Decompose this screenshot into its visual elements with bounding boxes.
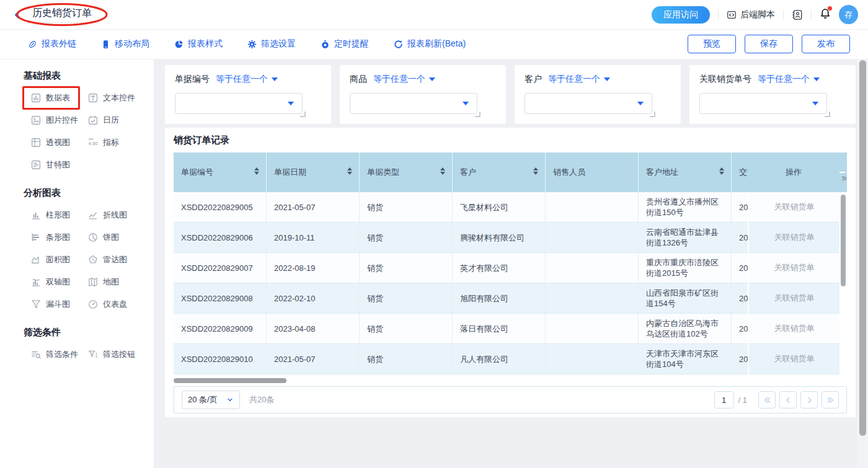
sidebar-item-pivot-view[interactable]: 透视图 [30, 136, 71, 149]
sidebar-section-title: 分析图表 [24, 187, 154, 199]
sidebar-item-label: 筛选按钮 [103, 349, 135, 360]
filter-operator-link[interactable]: 等于任意一个 [758, 74, 820, 85]
image-icon [31, 115, 41, 125]
link-sales-order-action[interactable]: 关联销货单 [749, 192, 839, 223]
avatar[interactable]: 存 [839, 5, 858, 24]
metric-icon [88, 138, 98, 148]
sidebar-item-column-chart[interactable]: 柱形图 [30, 208, 71, 222]
sidebar-item-gantt[interactable]: 甘特图 [30, 158, 71, 172]
sidebar-item-calendar[interactable]: 日历 [87, 113, 120, 127]
column-header-date[interactable]: 单据日期 [267, 152, 360, 192]
toolbar-item-label: 报表外链 [42, 38, 76, 50]
filter-operator-link[interactable]: 等于任意一个 [548, 74, 610, 85]
next-page-button[interactable] [800, 391, 818, 408]
filter-operator-link[interactable]: 等于任意一个 [216, 74, 278, 85]
column-header-salesperson[interactable]: 销售人员 [546, 152, 639, 192]
refresh-icon [394, 40, 403, 49]
caret-down-icon [812, 102, 818, 105]
sidebar-item-funnel-chart[interactable]: 漏斗图 [30, 298, 71, 311]
app-access-button[interactable]: 应用访问 [652, 6, 710, 24]
sidebar-item-metric[interactable]: 指标 [87, 136, 120, 149]
sidebar-item-image-widget[interactable]: 图片控件 [30, 113, 79, 127]
publish-button[interactable]: 发布 [802, 35, 850, 53]
column-header-delivery[interactable]: 交货 [732, 152, 748, 192]
sidebar-item-data-table[interactable]: 数据表 [30, 91, 71, 105]
toolbar-item-filter-settings[interactable]: 筛选设置 [247, 38, 296, 50]
filter-widget-order-no-filter[interactable]: 单据编号等于任意一个 [165, 65, 331, 124]
filter-operator-label: 等于任意一个 [758, 74, 810, 85]
sidebar-item-filter-condition[interactable]: 筛选条件 [30, 348, 79, 361]
data-table-widget[interactable]: 销货订单记录 单据编号单据日期单据类型客户销售人员客户地址交货 操作 吕 XSD… [165, 128, 856, 417]
toolbar-item-report-refresh[interactable]: 报表刷新(Beta) [394, 38, 466, 50]
sidebar-item-dual-axis-chart[interactable]: 双轴图 [30, 275, 71, 289]
sidebar-item-bar-chart[interactable]: 条形图 [30, 231, 71, 244]
cell-order_no: XSDD20220829009 [174, 314, 267, 343]
sort-icon[interactable] [533, 167, 538, 175]
page-size-select[interactable]: 20 条/页 [182, 391, 240, 409]
filter-label: 商品 [350, 74, 367, 85]
toolbar-item-report-link[interactable]: 报表外链 [28, 38, 76, 50]
column-header-address[interactable]: 客户地址 [639, 152, 732, 192]
filter-value-select[interactable] [350, 93, 477, 114]
toolbar-item-mobile-layout[interactable]: 移动布局 [101, 38, 149, 50]
sidebar-item-area-chart[interactable]: 面积图 [30, 253, 71, 267]
sidebar-item-pie-chart[interactable]: 饼图 [87, 231, 120, 244]
column-header-customer[interactable]: 客户 [453, 152, 546, 192]
table-title: 销货订单记录 [174, 133, 847, 147]
filter-value-select[interactable] [699, 93, 827, 114]
link-sales-order-action[interactable]: 关联销货单 [749, 344, 839, 374]
page-scrollbar-track [857, 59, 868, 468]
column-header-type[interactable]: 单据类型 [360, 152, 453, 192]
sidebar-item-label: 条形图 [46, 232, 70, 243]
backend-script-button[interactable]: 后端脚本 [727, 9, 775, 20]
sort-icon[interactable] [347, 167, 352, 175]
prev-page-button[interactable] [779, 391, 797, 408]
sidebar-item-map-chart[interactable]: 地图 [87, 275, 120, 289]
sidebar-item-gauge-chart[interactable]: 仪表盘 [87, 298, 128, 311]
notification-bell-button[interactable] [820, 8, 831, 22]
last-page-button[interactable] [822, 391, 839, 408]
sidebar-item-label: 漏斗图 [46, 299, 70, 310]
manual-button[interactable] [792, 9, 803, 20]
sort-icon[interactable] [719, 167, 724, 175]
filter-value-select[interactable] [525, 93, 652, 114]
filter-value-select[interactable] [175, 93, 303, 114]
sidebar-item-text-widget[interactable]: 文本控件 [87, 91, 136, 105]
link-sales-order-action[interactable]: 关联销货单 [749, 314, 839, 344]
toolbar-item-report-style[interactable]: 报表样式 [174, 38, 223, 50]
cell-date: 2022-08-19 [267, 253, 360, 283]
column-header-order_no[interactable]: 单据编号 [174, 152, 267, 192]
filter-operator-link[interactable]: 等于任意一个 [373, 74, 435, 85]
cell-address: 重庆市重庆市涪陵区街道2015号 [639, 253, 732, 283]
filter-widget-linked-sales-no-filter[interactable]: 关联销货单号等于任意一个 [689, 65, 856, 124]
page-number-input[interactable]: 1 [714, 391, 734, 408]
back-button[interactable] [12, 10, 22, 20]
filter-widget-customer-filter[interactable]: 客户等于任意一个 [515, 65, 681, 124]
page-scrollbar-thumb[interactable] [859, 60, 866, 436]
vertical-scrollbar-thumb[interactable] [841, 195, 846, 286]
page-title[interactable]: 历史销货订单 [27, 6, 97, 23]
line-chart-icon [88, 210, 98, 220]
caret-down-icon [604, 77, 610, 81]
data-table-icon [31, 93, 41, 103]
filter-widget-product-filter[interactable]: 商品等于任意一个 [340, 65, 506, 124]
save-button[interactable]: 保存 [745, 35, 793, 53]
link-sales-order-action[interactable]: 关联销货单 [749, 223, 839, 253]
toolbar-item-scheduled-reminder[interactable]: 定时提醒 [321, 38, 369, 50]
link-sales-order-action[interactable]: 关联销货单 [749, 283, 839, 314]
horizontal-scrollbar-thumb[interactable] [174, 378, 286, 383]
sidebar-item-line-chart[interactable]: 折线图 [87, 208, 128, 222]
link-sales-order-action[interactable]: 关联销货单 [749, 253, 839, 283]
cell-delivery: 202 [732, 283, 748, 313]
preview-button[interactable]: 预览 [688, 35, 736, 53]
first-page-button[interactable] [758, 391, 776, 408]
cell-order_no: XSDD20220829008 [174, 283, 267, 313]
sidebar-item-radar-chart[interactable]: 雷达图 [87, 253, 128, 267]
column-header-label: 客户 [460, 167, 476, 178]
sort-icon[interactable] [254, 167, 259, 175]
sort-icon[interactable] [440, 167, 445, 175]
table-row: XSDD202208290092023-04-08销货落日有限公司内蒙古自治区乌… [174, 314, 748, 344]
alarm-icon [321, 40, 330, 49]
corner-dash [839, 172, 845, 173]
sidebar-item-filter-button[interactable]: 筛选按钮 [87, 348, 136, 361]
